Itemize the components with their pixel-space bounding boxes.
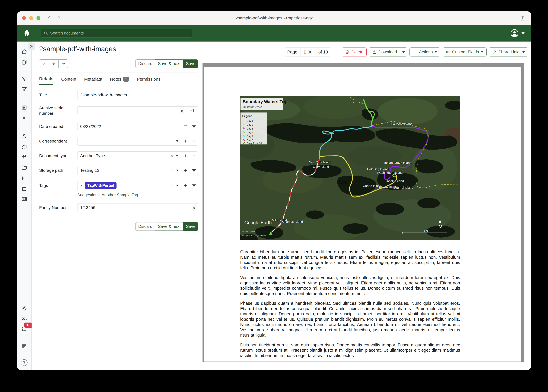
user-avatar-icon[interactable]: [510, 29, 519, 37]
plus-icon: [183, 154, 188, 158]
filter-by-storage-path-button[interactable]: [190, 166, 198, 175]
next-document-button[interactable]: [58, 59, 68, 68]
paperless-logo-icon[interactable]: [23, 29, 30, 37]
fancy-number-input[interactable]: [80, 205, 195, 210]
document-type-select[interactable]: Another Type ×: [77, 152, 181, 160]
svg-text:©2017 Google: ©2017 Google: [242, 230, 255, 232]
clear-icon[interactable]: ×: [171, 154, 173, 158]
search-icon: [44, 31, 48, 35]
clear-icon[interactable]: ×: [171, 168, 173, 173]
dropdown-caret-icon[interactable]: [176, 185, 179, 186]
sidebar-logs-icon[interactable]: [21, 343, 28, 349]
search-input[interactable]: [50, 31, 189, 35]
close-editor-button[interactable]: [39, 59, 49, 68]
filter-by-tag-button[interactable]: [190, 181, 198, 190]
tab-details[interactable]: Details: [39, 76, 53, 85]
tab-content[interactable]: Content: [61, 76, 76, 85]
paragraph: Vestibulum eleifend, ligula a scelerisqu…: [240, 275, 460, 296]
add-storage-path-button[interactable]: [181, 166, 190, 175]
tab-notes[interactable]: Notes1: [110, 76, 129, 85]
filter-by-date-button[interactable]: [190, 122, 198, 131]
previous-document-button[interactable]: [49, 59, 59, 68]
discard-button-bottom[interactable]: Discard: [135, 222, 155, 231]
sidebar-document-types-icon[interactable]: [21, 164, 28, 171]
user-menu-caret-icon[interactable]: [521, 32, 525, 34]
sidebar-storage-paths-icon[interactable]: [21, 175, 28, 181]
actions-dropdown-button[interactable]: Actions: [410, 48, 440, 56]
dropdown-caret-icon[interactable]: [176, 140, 179, 142]
share-icon[interactable]: [520, 15, 525, 21]
sidebar-saved-view-icon[interactable]: [21, 76, 28, 82]
sidebar-settings-icon[interactable]: [21, 305, 28, 311]
sidebar-tasks-icon[interactable]: 16: [21, 326, 28, 332]
filter-by-document-type-button[interactable]: [190, 152, 198, 160]
sidebar-expand-button[interactable]: [28, 43, 35, 50]
page-stepper[interactable]: [308, 49, 312, 55]
sidebar-custom-fields-icon[interactable]: [21, 154, 28, 161]
tab-permissions[interactable]: Permissions: [137, 76, 160, 85]
custom-fields-dropdown-button[interactable]: Custom Fields: [443, 48, 487, 56]
asn-plus-one-button[interactable]: +1: [186, 106, 198, 115]
svg-text:New York Island: New York Island: [309, 161, 332, 164]
save-button-bottom[interactable]: Save: [183, 222, 198, 231]
sidebar-saved-views-icon[interactable]: [21, 185, 28, 192]
sidebar-dashboard-icon[interactable]: [21, 49, 28, 55]
sidebar-tags-icon[interactable]: [21, 143, 28, 150]
title-input[interactable]: [80, 93, 195, 98]
date-created-input[interactable]: [80, 124, 179, 129]
storage-path-select[interactable]: Testing 12 ×: [77, 166, 181, 175]
svg-text:Boundary Waters Trip: Boundary Waters Trip: [243, 99, 288, 104]
title-label: Title: [39, 92, 77, 98]
window-title: 2sample-pdf-with-images - Paperless-ngx: [17, 16, 531, 21]
sidebar-mail-icon[interactable]: [21, 196, 28, 202]
pdf-preview-frame[interactable]: Hausons Island New York Island Gary Isla…: [202, 63, 524, 362]
share-links-dropdown-button[interactable]: Share Links: [489, 48, 528, 56]
sidebar-users-groups-icon[interactable]: [21, 315, 28, 322]
filter-by-correspondent-button[interactable]: [190, 137, 198, 146]
ellipsis-icon: [413, 50, 417, 54]
add-tag-button[interactable]: [181, 181, 190, 190]
plus-icon: [183, 183, 188, 188]
tag-chip[interactable]: TagWithPartial: [85, 182, 117, 189]
paragraph: Duis non tincidunt purus. Nam quis sapie…: [240, 343, 460, 358]
sidebar-saved-view-icon-2[interactable]: [21, 86, 28, 93]
svg-text:Gary Island: Gary Island: [313, 165, 329, 168]
svg-text:Day 4: Day 4: [247, 131, 253, 134]
page-number-input[interactable]: 1: [303, 49, 306, 55]
download-button[interactable]: Download: [369, 48, 400, 56]
add-document-type-button[interactable]: [181, 152, 190, 160]
svg-text:Day 2: Day 2: [247, 124, 253, 126]
asn-label: Archive serial number: [39, 105, 77, 116]
save-and-next-button-bottom[interactable]: Save & next: [155, 222, 183, 231]
tags-select[interactable]: × TagWithPartial ×: [77, 181, 181, 190]
dropdown-caret-icon[interactable]: [176, 169, 179, 171]
svg-text:Day 3: Day 3: [247, 127, 253, 130]
map-text-annotation: Text: [338, 179, 348, 185]
sidebar-correspondents-icon[interactable]: [21, 133, 28, 140]
sidebar-help-icon[interactable]: ?: [21, 359, 28, 366]
sidebar-close-document-icon[interactable]: [21, 115, 28, 121]
suggestion-tag-link[interactable]: Another Sample Tag: [101, 193, 138, 197]
delete-button[interactable]: Delete: [342, 48, 367, 56]
fancy-number-stepper[interactable]: [192, 205, 196, 211]
svg-text:Squirrel Island: Squirrel Island: [393, 186, 413, 189]
calendar-button[interactable]: [181, 122, 190, 131]
clear-icon[interactable]: ×: [171, 183, 173, 188]
asn-input[interactable]: [80, 108, 183, 113]
discard-button[interactable]: Discard: [135, 59, 155, 68]
sidebar-open-document-icon[interactable]: [21, 104, 28, 111]
search-bar[interactable]: [41, 29, 192, 37]
save-and-next-button[interactable]: Save & next: [155, 59, 183, 68]
tab-metadata[interactable]: Metadata: [84, 76, 102, 85]
remove-tag-icon[interactable]: ×: [80, 183, 83, 188]
storage-path-label: Storage path: [39, 168, 77, 173]
sidebar-documents-icon[interactable]: [21, 59, 28, 65]
add-correspondent-button[interactable]: [181, 137, 190, 146]
download-options-caret[interactable]: [400, 48, 407, 56]
filter-icon: [192, 124, 196, 129]
correspondent-select[interactable]: [77, 137, 181, 146]
asn-stepper[interactable]: [180, 108, 184, 114]
save-button[interactable]: Save: [183, 59, 198, 68]
dropdown-caret-icon[interactable]: [176, 155, 179, 157]
plus-icon: [183, 139, 188, 143]
